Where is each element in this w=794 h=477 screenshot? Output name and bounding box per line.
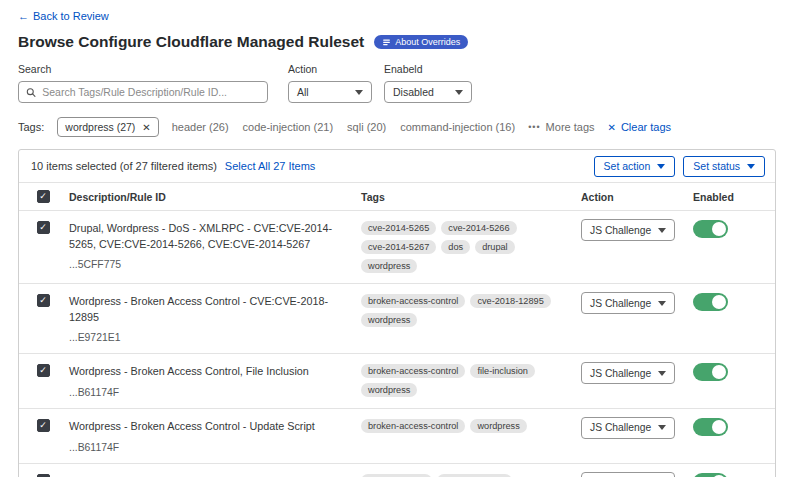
rule-tags: broken-access-controlfile-inclusionwordp… xyxy=(359,354,579,408)
tag-option[interactable]: sqli (20) xyxy=(347,121,386,133)
enabled-toggle[interactable] xyxy=(693,473,728,477)
tag-pill[interactable]: cve-2014-5266 xyxy=(441,221,516,235)
enabled-toggle[interactable] xyxy=(693,293,728,311)
row-action-value: JS Challenge xyxy=(590,368,651,379)
check-icon: ✓ xyxy=(39,223,47,232)
rule-description: Wordpress - Code Injection, File Inclusi… xyxy=(69,474,349,477)
rule-description: Wordpress - Broken Access Control - CVE:… xyxy=(69,294,349,325)
column-header-enabled: Enabled xyxy=(691,191,775,203)
tag-pill[interactable]: wordpress xyxy=(361,313,417,327)
tag-pill[interactable]: cve-2014-5267 xyxy=(361,240,436,254)
row-checkbox[interactable]: ✓ xyxy=(37,474,50,477)
tag-pill[interactable]: cve-2019-8942 xyxy=(437,474,512,477)
tag-pill[interactable]: drupal xyxy=(475,240,515,254)
search-label: Search xyxy=(18,63,268,75)
tag-pill[interactable]: wordpress xyxy=(470,419,526,433)
selected-tag-chip[interactable]: wordpress (27) ✕ xyxy=(57,117,158,137)
check-icon: ✓ xyxy=(39,192,47,201)
more-tags-button[interactable]: ••• More tags xyxy=(528,121,594,133)
row-action-select[interactable]: JS Challenge xyxy=(581,472,675,477)
rule-id: ...B61174F xyxy=(69,442,349,453)
action-select[interactable]: All xyxy=(288,81,372,103)
back-link-label: Back to Review xyxy=(33,10,109,22)
search-icon xyxy=(26,87,36,98)
row-checkbox[interactable]: ✓ xyxy=(37,364,50,377)
search-filter: Search xyxy=(18,63,268,103)
tag-option[interactable]: command-injection (16) xyxy=(400,121,515,133)
enabled-filter: Enabeld Disabled xyxy=(384,63,472,103)
chevron-down-icon xyxy=(355,90,363,95)
toggle-knob xyxy=(712,420,726,434)
clear-tags-button[interactable]: ✕ Clear tags xyxy=(608,121,672,133)
page: ← Back to Review Browse Configure Cloudf… xyxy=(0,0,794,477)
enabled-label: Enabeld xyxy=(384,63,472,75)
table-row: ✓ Wordpress - Broken Access Control - CV… xyxy=(19,283,775,353)
check-icon: ✓ xyxy=(39,366,47,375)
tag-pill[interactable]: cve-2014-5265 xyxy=(361,221,436,235)
back-arrow-icon: ← xyxy=(18,10,29,22)
back-link[interactable]: ← Back to Review xyxy=(18,10,109,22)
rule-tags: cve-2014-5265cve-2014-5266cve-2014-5267d… xyxy=(359,211,579,283)
row-checkbox[interactable]: ✓ xyxy=(37,221,50,234)
tag-pill[interactable]: wordpress xyxy=(361,383,417,397)
column-header-action: Action xyxy=(579,191,691,203)
tag-option[interactable]: header (26) xyxy=(172,121,229,133)
tag-pill[interactable]: code-injection xyxy=(361,474,432,477)
rule-id: ...E9721E1 xyxy=(69,332,349,343)
row-action-value: JS Challenge xyxy=(590,225,651,236)
tag-pill[interactable]: broken-access-control xyxy=(361,364,465,378)
tag-pill[interactable]: wordpress xyxy=(361,259,417,273)
tag-pill[interactable]: cve-2018-12895 xyxy=(470,294,550,308)
about-overrides-label: About Overrides xyxy=(395,38,460,47)
toggle-knob xyxy=(712,295,726,309)
remove-tag-icon[interactable]: ✕ xyxy=(142,122,150,133)
table-row: ✓ Wordpress - Broken Access Control - Up… xyxy=(19,408,775,463)
select-all-link[interactable]: Select All 27 Items xyxy=(225,160,316,172)
rule-description: Drupal, Wordpress - DoS - XMLRPC - CVE:C… xyxy=(69,221,349,252)
set-status-button[interactable]: Set status xyxy=(683,156,765,177)
enabled-select[interactable]: Disabled xyxy=(384,81,472,103)
toggle-knob xyxy=(712,222,726,236)
rule-description: Wordpress - Broken Access Control - Upda… xyxy=(69,419,349,435)
tag-pill[interactable]: file-inclusion xyxy=(470,364,535,378)
rule-id: ...B61174F xyxy=(69,387,349,398)
tags-label: Tags: xyxy=(18,121,44,133)
chevron-down-icon xyxy=(455,90,463,95)
tag-pill[interactable]: broken-access-control xyxy=(361,419,465,433)
row-action-select[interactable]: JS Challenge xyxy=(581,219,675,241)
ellipsis-icon: ••• xyxy=(528,122,540,132)
tag-pill[interactable]: dos xyxy=(441,240,470,254)
row-action-select[interactable]: JS Challenge xyxy=(581,362,675,384)
page-title: Browse Configure Cloudflare Managed Rule… xyxy=(18,33,364,51)
rule-tags: broken-access-controlcve-2018-12895wordp… xyxy=(359,284,579,353)
set-status-label: Set status xyxy=(693,160,740,172)
more-tags-label: More tags xyxy=(546,121,595,133)
ruleset-table: 10 items selected (of 27 filtered items)… xyxy=(18,149,776,477)
toggle-knob xyxy=(712,365,726,379)
selection-bar: 10 items selected (of 27 filtered items)… xyxy=(19,150,775,182)
chevron-down-icon xyxy=(658,228,666,233)
about-overrides-badge[interactable]: About Overrides xyxy=(374,35,468,49)
selection-summary: 10 items selected (of 27 filtered items) xyxy=(31,160,217,172)
enabled-toggle[interactable] xyxy=(693,220,728,238)
check-icon: ✓ xyxy=(39,421,47,430)
row-checkbox[interactable]: ✓ xyxy=(37,419,50,432)
set-action-label: Set action xyxy=(604,160,651,172)
tag-pill[interactable]: broken-access-control xyxy=(361,294,465,308)
rule-id: ...5CFF775 xyxy=(69,259,349,270)
table-header-row: ✓ Description/Rule ID Tags Action Enable… xyxy=(19,182,775,210)
row-action-select[interactable]: JS Challenge xyxy=(581,417,675,439)
set-action-button[interactable]: Set action xyxy=(594,156,676,177)
row-checkbox[interactable]: ✓ xyxy=(37,294,50,307)
tag-option[interactable]: code-injection (21) xyxy=(243,121,334,133)
enabled-toggle[interactable] xyxy=(693,418,728,436)
search-box xyxy=(18,81,268,103)
select-all-checkbox[interactable]: ✓ xyxy=(37,190,50,203)
chevron-down-icon xyxy=(658,371,666,376)
enabled-toggle[interactable] xyxy=(693,363,728,381)
chevron-down-icon xyxy=(747,164,755,169)
search-input[interactable] xyxy=(42,86,260,98)
column-header-tags: Tags xyxy=(359,191,579,203)
rule-tags: broken-access-controlwordpress xyxy=(359,409,579,463)
row-action-select[interactable]: JS Challenge xyxy=(581,292,675,314)
